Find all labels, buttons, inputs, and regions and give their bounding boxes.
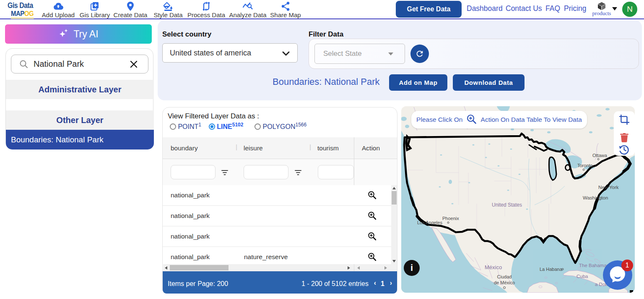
svg-text:México: México <box>485 264 502 270</box>
svg-text:Washington: Washington <box>583 195 608 200</box>
svg-text:United States: United States <box>492 202 522 208</box>
svg-text:Los Angeles: Los Angeles <box>417 220 442 225</box>
svg-text:Toronto: Toronto <box>577 163 593 168</box>
svg-text:Phoenix: Phoenix <box>442 216 459 221</box>
svg-text:Ciudad: Ciudad <box>497 274 512 279</box>
svg-text:de México: de México <box>494 280 515 285</box>
svg-text:Cuba: Cuba <box>576 274 588 279</box>
svg-text:Ottawa: Ottawa <box>592 153 608 158</box>
svg-text:La Habana: La Habana <box>540 267 563 272</box>
svg-text:New York: New York <box>598 185 619 190</box>
